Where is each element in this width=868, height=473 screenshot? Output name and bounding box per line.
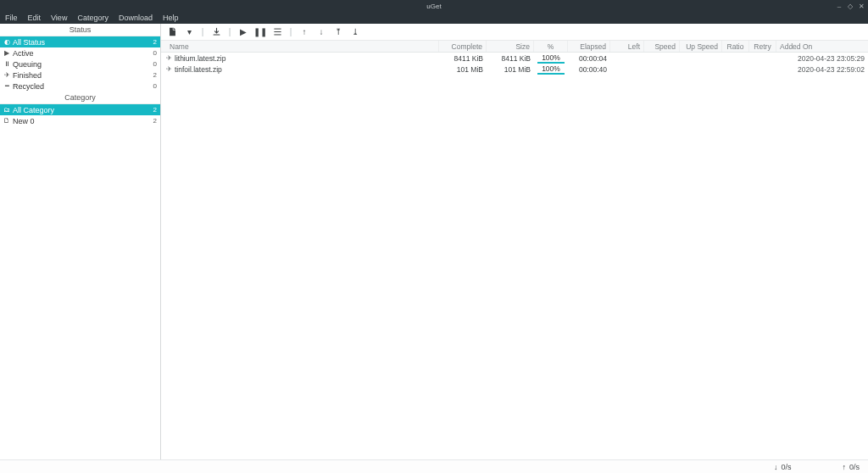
cell-complete: 101 MiB [439,65,487,74]
separator-icon: | [288,26,293,38]
col-elapsed[interactable]: Elapsed [568,41,610,52]
status-icon: ✈ [3,71,10,79]
status-item-queuing[interactable]: ⏸Queuing0 [0,58,160,70]
file-name: lithium.latest.zip [175,54,225,63]
status-item-active[interactable]: ▶Active0 [0,47,160,58]
move-down-icon[interactable]: ↓ [315,26,327,38]
category-label: New 0 [13,117,35,125]
properties-icon[interactable] [271,26,283,38]
download-list: ✈lithium.latest.zip8411 KiB8411 KiB100%0… [161,53,868,459]
menu-category[interactable]: Category [77,14,108,22]
status-label: Queuing [13,60,42,69]
status-count: 0 [153,82,157,90]
category-section-header: Category [0,92,160,104]
menu-help[interactable]: Help [163,14,179,22]
cell-added: 2020-04-23 23:05:29 [776,54,868,63]
down-speed-indicator: ↓ 0/s [774,463,792,471]
col-left[interactable]: Left [610,41,644,52]
col-complete[interactable]: Complete [439,41,487,52]
col-upspeed[interactable]: Up Speed [680,41,722,52]
cell-complete: 8411 KiB [439,54,487,63]
move-up-icon[interactable]: ↑ [298,26,310,38]
play-icon[interactable]: ▶ [237,26,249,38]
menubar: File Edit View Category Download Help [0,12,868,24]
finished-icon: ✈ [166,65,172,73]
minimize-icon[interactable]: – [836,3,843,9]
category-item-new-0[interactable]: 🗋New 02 [0,115,160,126]
status-label: All Status [13,38,45,47]
status-label: Finished [13,71,42,80]
menu-download[interactable]: Download [119,14,153,22]
category-icon: 🗂 [3,106,10,114]
menu-file[interactable]: File [5,14,18,22]
dropdown-icon[interactable]: ▾ [183,26,195,38]
status-item-finished[interactable]: ✈Finished2 [0,70,160,81]
table-row[interactable]: ✈lithium.latest.zip8411 KiB8411 KiB100%0… [161,53,868,64]
cell-size: 101 MiB [487,65,534,74]
status-item-all-status[interactable]: ◐All Status2 [0,36,160,47]
menu-view[interactable]: View [51,14,67,22]
down-speed-value: 0/s [781,463,791,471]
status-section-header: Status [0,24,160,36]
separator-icon: | [227,26,232,38]
menu-edit[interactable]: Edit [28,14,42,22]
category-count: 2 [153,117,157,125]
cell-size: 8411 KiB [487,54,534,63]
category-item-all-category[interactable]: 🗂All Category2 [0,104,160,115]
close-icon[interactable]: ✕ [858,3,865,9]
col-percent[interactable]: % [534,41,568,52]
status-count: 2 [153,71,157,79]
cell-percent: 100% [537,53,565,64]
column-headers: Name Complete Size % Elapsed Left Speed … [161,41,868,53]
new-download-icon[interactable] [166,26,178,38]
move-top-icon[interactable]: ⤒ [332,26,344,38]
cell-percent: 100% [537,64,565,75]
pause-icon[interactable]: ❚❚ [254,26,266,38]
category-count: 2 [153,106,157,114]
status-icon: ◐ [3,38,10,46]
status-icon: ▶ [3,49,10,57]
col-ratio[interactable]: Ratio [722,41,749,52]
status-count: 2 [153,38,157,46]
col-retry[interactable]: Retry [749,41,776,52]
status-label: Recycled [13,82,44,91]
status-icon: ━ [3,82,10,90]
table-row[interactable]: ✈tinfoil.latest.zip101 MiB101 MiB100%00:… [161,64,868,75]
toolbar: ▾ | | ▶ ❚❚ | ↑ ↓ ⤒ ⤓ [161,24,868,41]
titlebar: uGet – ◇ ✕ [0,0,868,12]
move-bottom-icon[interactable]: ⤓ [349,26,361,38]
statusbar: ↓ 0/s ↑ 0/s [0,459,868,473]
status-icon: ⏸ [3,60,10,68]
down-arrow-icon: ↓ [774,463,778,471]
category-icon: 🗋 [3,117,10,125]
status-item-recycled[interactable]: ━Recycled0 [0,81,160,92]
col-name[interactable]: Name [161,41,439,52]
sidebar: Status ◐All Status2▶Active0⏸Queuing0✈Fin… [0,24,161,459]
up-speed-indicator: ↑ 0/s [842,463,860,471]
cell-elapsed: 00:00:04 [568,54,610,63]
file-name: tinfoil.latest.zip [175,65,222,74]
cell-elapsed: 00:00:40 [568,65,610,74]
cell-added: 2020-04-23 22:59:02 [776,65,868,74]
up-speed-value: 0/s [849,463,860,471]
up-arrow-icon: ↑ [842,463,846,471]
status-label: Active [13,49,34,58]
col-speed[interactable]: Speed [644,41,680,52]
maximize-icon[interactable]: ◇ [847,3,854,9]
category-label: All Category [13,106,54,114]
col-added[interactable]: Added On [776,41,868,52]
status-count: 0 [153,60,157,68]
window-title: uGet [426,3,441,10]
status-count: 0 [153,49,157,57]
main-area: ▾ | | ▶ ❚❚ | ↑ ↓ ⤒ ⤓ Name Complete Size … [161,24,868,459]
separator-icon: | [200,26,205,38]
finished-icon: ✈ [166,54,172,62]
col-size[interactable]: Size [487,41,534,52]
save-icon[interactable] [210,26,222,38]
